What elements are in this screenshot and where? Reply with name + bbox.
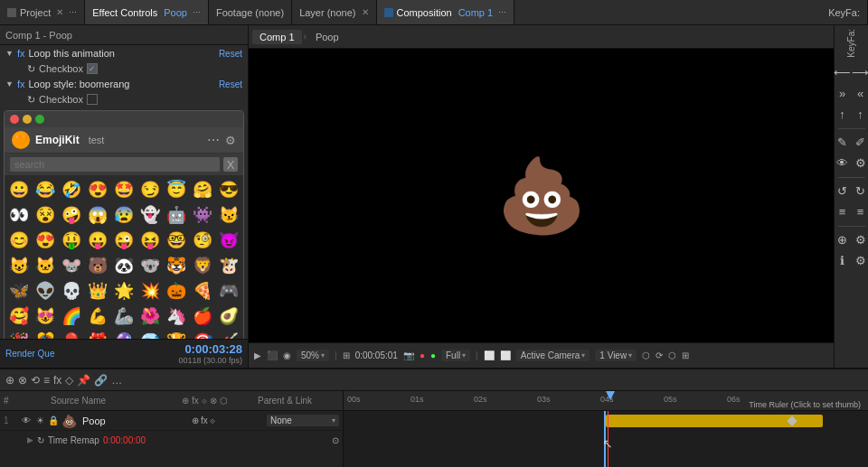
emoji-cell[interactable]: 👽 [33,278,57,303]
viewer-area[interactable]: 💩 [249,49,834,342]
emoji-cell[interactable]: 🏆 [164,329,188,339]
emoji-cell[interactable]: 🐮 [216,253,241,277]
rp-btn-lines1[interactable]: ≡ [835,203,851,221]
rp-btn-eye[interactable]: 👁 [835,154,851,173]
rp-btn-cw[interactable]: ↻ [853,182,869,201]
emoji-cell[interactable]: 🐨 [137,253,162,277]
emoji-cell[interactable]: 😛 [85,228,109,252]
tab-footage[interactable]: Footage (none) [209,0,292,24]
zoom-dropdown[interactable]: 50% ▾ [297,350,329,361]
ek-search-close[interactable]: X [223,157,238,172]
rp-btn-chevron-l[interactable]: « [853,85,869,103]
emoji-cell[interactable]: 🤣 [59,177,83,201]
emoji-cell[interactable]: 🎸 [216,329,241,339]
emoji-cell[interactable]: 🤖 [164,202,188,227]
tl-icon-add[interactable]: ⊕ [5,374,14,387]
emoji-cell[interactable]: 😈 [216,228,241,252]
rp-btn-gear2[interactable]: ⚙ [853,231,869,249]
tl-icon-pin[interactable]: 📌 [77,374,90,387]
emoji-cell[interactable]: 🎈 [59,329,83,339]
emoji-cell[interactable]: 🍎 [190,304,214,328]
parent-dropdown-1[interactable]: None ▾ [267,415,339,426]
tab-keyfab[interactable]: KeyFa: [821,0,868,24]
emoji-cell[interactable]: 👀 [6,202,31,227]
emoji-cell[interactable]: 😂 [33,177,57,201]
emoji-cell[interactable]: 👻 [137,202,162,227]
emoji-cell[interactable]: 🤓 [164,228,188,252]
ek-max-dot[interactable] [35,115,44,124]
checkbox-1[interactable]: ✓ [87,63,98,74]
fx-arrow-1[interactable]: ▼ [5,49,14,58]
emoji-cell[interactable]: 🐻 [85,253,109,277]
vc-play-icon[interactable]: ▶ [254,350,261,360]
rp-btn-chevron-r[interactable]: » [835,85,851,103]
emoji-cell[interactable]: 🤪 [59,202,83,227]
rp-btn-edit[interactable]: ✎ [835,134,851,152]
tab-composition[interactable]: Composition Comp 1 ⋯ [377,0,515,24]
camera-dropdown[interactable]: Active Camera ▾ [516,350,590,361]
vc-rect2-icon[interactable]: ⬜ [500,350,511,360]
emoji-cell[interactable]: 🥰 [6,304,31,328]
emoji-cell[interactable]: 💎 [137,329,162,339]
vc-color2-icon[interactable]: ● [430,350,436,360]
emoji-cell[interactable]: 🔮 [111,329,136,339]
emoji-cell[interactable]: 😀 [6,177,31,201]
tl-icon-refresh[interactable]: ⟲ [31,374,40,387]
ek-close-dot[interactable] [10,115,19,124]
checkbox-2[interactable] [87,94,98,105]
remap-stop-icon[interactable]: ⊙ [332,435,339,445]
emoji-cell[interactable]: 🤗 [190,177,214,201]
resolution-dropdown[interactable]: Full ▾ [441,350,470,361]
rp-btn-ccw[interactable]: ↺ [835,182,851,201]
emoji-cell[interactable]: 😍 [33,228,57,252]
emoji-cell[interactable]: 🎁 [85,329,109,339]
comp-tab-poop[interactable]: Poop [308,30,346,44]
ek-gear-icon[interactable]: ⚙ [225,134,236,147]
view-dropdown[interactable]: 1 View ▾ [595,350,637,361]
vc-rect-icon[interactable]: ⬜ [484,350,495,360]
rp-btn-back[interactable]: ⟵ [835,64,851,82]
emoji-cell[interactable]: 😺 [6,253,31,277]
tab-layer-close[interactable]: ✕ [362,7,369,17]
vc-camera-icon[interactable]: 📷 [403,350,414,360]
ek-menu-dots[interactable]: ⋯ [207,133,220,147]
vc-snap-icon[interactable]: ⬡ [668,350,676,360]
rp-btn-lines2[interactable]: ≡ [853,203,869,221]
emoji-cell[interactable]: 🎮 [216,278,241,303]
vc-grid-icon[interactable]: ⊞ [343,350,350,360]
emoji-cell[interactable]: 😝 [137,228,162,252]
emoji-cell[interactable]: 🐱 [33,253,57,277]
tab-project-dots[interactable]: ⋯ [69,8,77,17]
emoji-cell[interactable]: 😍 [85,177,109,201]
rp-btn-plus[interactable]: ⊕ [835,231,851,249]
remap-arrow[interactable]: ▶ [27,435,33,444]
vc-eyes-icon[interactable]: ◉ [283,350,291,360]
vc-sync-icon[interactable]: ⟳ [656,350,663,360]
emoji-cell[interactable]: 👑 [85,278,109,303]
rp-btn-settings[interactable]: ⚙ [853,154,869,173]
tl-layer-poop[interactable]: 1 👁 ☀ 🔒 💩 Poop ⊕ fx ⟐ None ▾ [0,411,343,431]
emoji-cell[interactable]: 😏 [137,177,162,201]
ek-search-input[interactable] [10,157,220,172]
emoji-cell[interactable]: 😎 [216,177,241,201]
emoji-cell[interactable]: 💀 [59,278,83,303]
emoji-cell[interactable]: 🍕 [190,278,214,303]
tl-icon-link[interactable]: 🔗 [94,374,108,387]
rp-btn-fwd[interactable]: ⟶ [853,64,869,82]
tl-icon-more[interactable]: … [111,374,122,387]
tl-icon-remove[interactable]: ⊗ [18,374,27,387]
vc-monitor-icon[interactable]: ⬛ [267,350,278,360]
emoji-cell[interactable]: 🦾 [111,304,136,328]
li-arrow[interactable]: ⟐ [210,416,215,425]
emoji-cell[interactable]: 🎃 [164,278,188,303]
emoji-cell[interactable]: 😱 [85,202,109,227]
emoji-cell[interactable]: 😵 [33,202,57,227]
rp-btn-info[interactable]: ℹ [835,252,851,270]
emoji-cell[interactable]: 😻 [33,304,57,328]
emoji-cell[interactable]: 🌈 [59,304,83,328]
emoji-cell[interactable]: 🤩 [111,177,136,201]
emoji-cell[interactable]: 🌺 [137,304,162,328]
emoji-cell[interactable]: 🐭 [59,253,83,277]
vc-color-icon[interactable]: ● [420,350,425,360]
tl-icon-menu[interactable]: ≡ [43,374,50,387]
